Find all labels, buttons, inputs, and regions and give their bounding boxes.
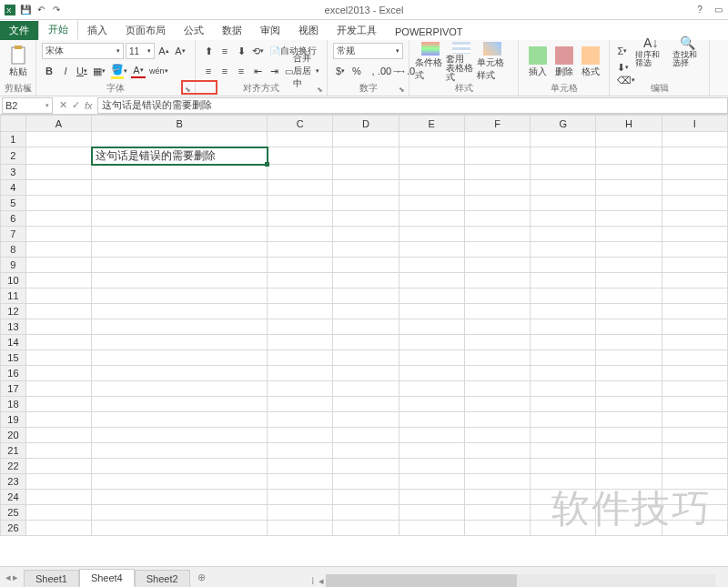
cell[interactable]	[268, 412, 333, 428]
cell[interactable]	[92, 196, 268, 211]
cell[interactable]	[596, 381, 662, 397]
cell[interactable]	[268, 227, 333, 242]
cell[interactable]	[268, 474, 333, 490]
cell[interactable]	[662, 366, 727, 381]
cell[interactable]	[596, 288, 662, 304]
cell[interactable]	[333, 304, 399, 319]
col-header-H[interactable]: H	[596, 116, 662, 132]
cell[interactable]	[333, 288, 399, 304]
cell[interactable]	[596, 211, 662, 227]
cell[interactable]	[531, 490, 596, 505]
select-all-corner[interactable]	[1, 116, 26, 132]
alignment-launcher-icon[interactable]: ⬊	[315, 85, 324, 94]
cancel-icon[interactable]: ✕	[59, 99, 67, 111]
row-header[interactable]: 17	[1, 381, 26, 397]
phonetic-button[interactable]: wén▾	[147, 64, 170, 78]
cell[interactable]	[662, 147, 727, 165]
cell[interactable]	[399, 132, 464, 147]
cell[interactable]	[25, 335, 91, 350]
cell[interactable]	[464, 443, 530, 459]
col-header-C[interactable]: C	[268, 116, 333, 132]
row-header[interactable]: 6	[1, 211, 26, 227]
cell[interactable]	[662, 319, 727, 335]
cell[interactable]	[399, 428, 464, 443]
row-header[interactable]: 18	[1, 397, 26, 412]
cell[interactable]	[268, 319, 333, 335]
align-top-icon[interactable]: ⬆	[201, 44, 216, 58]
cell[interactable]	[531, 147, 596, 165]
cell[interactable]	[268, 242, 333, 258]
cell[interactable]	[662, 381, 727, 397]
cell[interactable]	[399, 273, 464, 288]
sort-filter-button[interactable]: A↓排序和筛选	[635, 33, 667, 69]
cell[interactable]	[333, 196, 399, 211]
row-header[interactable]: 5	[1, 196, 26, 211]
cell[interactable]	[399, 490, 464, 505]
cell[interactable]	[333, 443, 399, 459]
tab-page-layout[interactable]: 页面布局	[116, 21, 175, 40]
cell[interactable]	[268, 335, 333, 350]
cell[interactable]	[268, 350, 333, 366]
cell[interactable]	[464, 147, 530, 165]
cell[interactable]	[333, 505, 399, 521]
cell[interactable]	[92, 273, 268, 288]
col-header-B[interactable]: B	[92, 116, 268, 132]
align-middle-icon[interactable]: ≡	[217, 44, 232, 58]
cell[interactable]	[531, 459, 596, 474]
cell-styles-button[interactable]: 单元格样式	[477, 42, 508, 82]
cell[interactable]	[92, 180, 268, 196]
cell[interactable]	[333, 381, 399, 397]
cell[interactable]	[662, 443, 727, 459]
find-select-button[interactable]: 🔍查找和选择	[672, 33, 704, 69]
cell[interactable]	[92, 412, 268, 428]
cell[interactable]	[531, 443, 596, 459]
cell[interactable]	[531, 180, 596, 196]
cell[interactable]	[399, 443, 464, 459]
cell[interactable]	[596, 521, 662, 536]
col-header-E[interactable]: E	[399, 116, 464, 132]
cell[interactable]	[92, 443, 268, 459]
cell[interactable]	[596, 165, 662, 180]
cell[interactable]	[333, 258, 399, 273]
cell[interactable]	[25, 165, 91, 180]
cell[interactable]	[25, 242, 91, 258]
insert-cells-button[interactable]: 插入	[524, 42, 551, 82]
cell[interactable]	[399, 319, 464, 335]
row-header[interactable]: 7	[1, 227, 26, 242]
cell[interactable]	[268, 273, 333, 288]
cell[interactable]	[662, 521, 727, 536]
cell[interactable]	[25, 180, 91, 196]
cell[interactable]	[662, 350, 727, 366]
cell[interactable]	[464, 211, 530, 227]
delete-cells-button[interactable]: 删除	[551, 42, 577, 82]
cell[interactable]	[596, 147, 662, 165]
cell[interactable]	[531, 474, 596, 490]
cell[interactable]	[92, 258, 268, 273]
row-header[interactable]: 8	[1, 242, 26, 258]
cell[interactable]	[25, 490, 91, 505]
number-launcher-icon[interactable]: ⬊	[397, 85, 406, 94]
cell[interactable]	[464, 132, 530, 147]
cell[interactable]	[25, 304, 91, 319]
font-size-select[interactable]: 11▾	[126, 43, 155, 59]
bold-button[interactable]: B	[42, 64, 56, 78]
row-header[interactable]: 13	[1, 319, 26, 335]
cell[interactable]	[662, 196, 727, 211]
col-header-D[interactable]: D	[333, 116, 399, 132]
cell[interactable]	[92, 211, 268, 227]
cell[interactable]	[531, 335, 596, 350]
row-header[interactable]: 10	[1, 273, 26, 288]
col-header-G[interactable]: G	[531, 116, 596, 132]
merge-button[interactable]: ▭合并后居中▾	[283, 64, 321, 78]
tab-powerpivot[interactable]: POWERPIVOT	[386, 24, 472, 40]
cell[interactable]	[268, 521, 333, 536]
format-table-button[interactable]: 套用 表格格式	[446, 42, 477, 82]
cell[interactable]	[268, 366, 333, 381]
cell[interactable]	[531, 381, 596, 397]
row-header[interactable]: 21	[1, 443, 26, 459]
ribbon-options-icon[interactable]: ▭	[712, 4, 724, 16]
decrease-font-icon[interactable]: A▾	[173, 44, 187, 58]
cell[interactable]	[596, 505, 662, 521]
row-header[interactable]: 14	[1, 335, 26, 350]
cell[interactable]	[596, 227, 662, 242]
